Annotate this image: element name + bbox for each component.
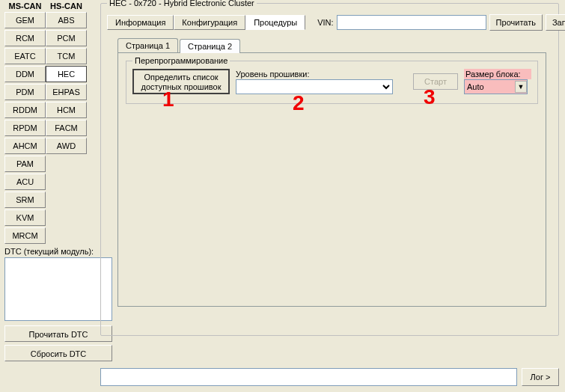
tab-info[interactable]: Информация (107, 15, 174, 30)
module-pam[interactable]: PAM (4, 156, 46, 172)
read-button[interactable]: Прочитать (489, 14, 543, 31)
reprogram-legend: Перепрограммирование (132, 56, 230, 65)
block-size-label: Размер блока: (464, 69, 531, 79)
firmware-level-select[interactable] (236, 79, 393, 94)
detect-line1: Определить список (144, 73, 218, 82)
module-facm[interactable]: FACM (46, 120, 87, 136)
module-ehpas[interactable]: EHPAS (46, 84, 87, 100)
module-pcm[interactable]: PCM (46, 30, 87, 46)
module-pdm[interactable]: PDM (4, 84, 46, 100)
module-ahcm[interactable]: AHCM (4, 138, 46, 154)
command-input[interactable] (100, 368, 517, 386)
module-kvm[interactable]: KVM (4, 209, 46, 226)
log-button[interactable]: Лог > (522, 368, 559, 386)
module-tcm[interactable]: TCM (46, 48, 87, 64)
module-fieldset: HEC - 0x720 - Hybrid Electronic Cluster … (100, 3, 559, 336)
mscan-header: MS-CAN (4, 1, 46, 10)
vin-input[interactable] (337, 15, 486, 30)
module-hcm[interactable]: HCM (46, 102, 87, 118)
module-hec[interactable]: HEC (46, 66, 87, 82)
module-rpdm[interactable]: RPDM (4, 120, 46, 136)
reprogram-fieldset: Перепрограммирование Определить список д… (126, 61, 538, 104)
module-mrcm[interactable]: MRCM (4, 227, 46, 244)
block-size-select[interactable]: Auto ▼ (464, 79, 528, 94)
module-rcm[interactable]: RCM (4, 30, 46, 46)
module-srm[interactable]: SRM (4, 192, 46, 208)
module-awd[interactable]: AWD (46, 138, 87, 154)
module-abs[interactable]: ABS (46, 12, 87, 28)
hscan-header: HS-CAN (46, 1, 87, 10)
vin-label: VIN: (317, 18, 333, 27)
page-tab-2[interactable]: Страница 2 (180, 39, 240, 53)
module-title: HEC - 0x720 - Hybrid Electronic Cluster (107, 0, 257, 7)
module-eatc[interactable]: EATC (4, 48, 46, 64)
write-button[interactable]: Записать (546, 14, 565, 31)
module-rddm[interactable]: RDDM (4, 102, 46, 118)
firmware-level-label: Уровень прошивки: (236, 70, 407, 79)
chevron-down-icon: ▼ (515, 81, 527, 93)
module-gem[interactable]: GEM (4, 12, 46, 28)
page-tab-1[interactable]: Страница 1 (117, 38, 178, 52)
tab-procedures[interactable]: Процедуры (245, 15, 305, 30)
module-acu[interactable]: ACU (4, 174, 46, 190)
detect-firmware-button[interactable]: Определить список доступных прошивок (132, 69, 230, 94)
module-ddm[interactable]: DDM (4, 66, 46, 82)
block-size-value: Auto (467, 82, 484, 91)
start-button: Старт (413, 73, 458, 90)
tab-config[interactable]: Конфигурация (174, 15, 245, 30)
detect-line2: доступных прошивок (141, 82, 221, 91)
